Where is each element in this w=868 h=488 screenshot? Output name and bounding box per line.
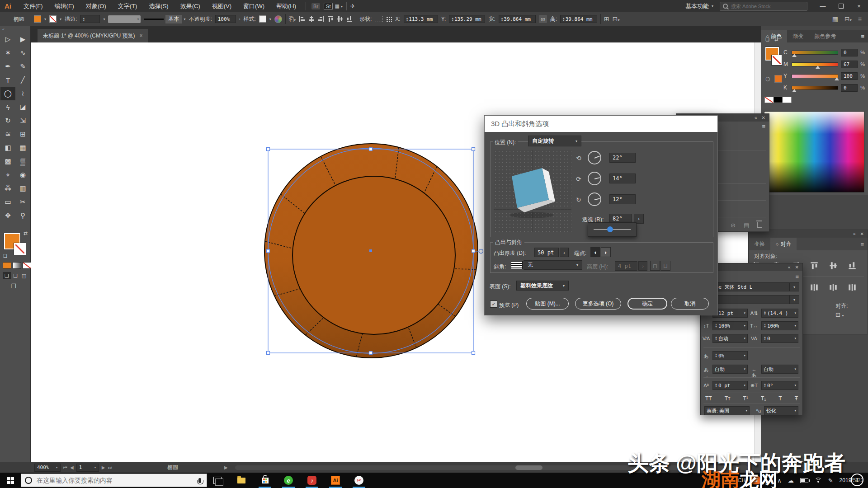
select-similar-icon[interactable]: ⊡▾ [613, 15, 620, 23]
tool-free-transform[interactable]: ⊞ [15, 127, 30, 141]
close-icon[interactable]: ✕ [762, 115, 765, 120]
tool-curvature[interactable]: ✎ [15, 60, 30, 73]
align-top-icon[interactable] [810, 262, 818, 270]
x-field[interactable]: ▲▼113.3 mm [404, 15, 438, 23]
yellow-slider[interactable] [792, 74, 838, 78]
black-swatch[interactable] [774, 97, 783, 103]
yellow-value-field[interactable]: 100 [841, 72, 858, 80]
cube-preview-icon[interactable] [499, 158, 567, 226]
close-button[interactable]: × [850, 0, 868, 12]
panel-menu-icon[interactable]: ≡ [762, 123, 765, 130]
active-color-swatch[interactable] [774, 75, 782, 83]
menu-help[interactable]: 帮助(H) [270, 0, 302, 12]
tool-paintbrush[interactable]: ≀ [15, 87, 30, 100]
chevron-right-icon[interactable]: › [239, 17, 241, 21]
tool-eraser[interactable]: ◪ [15, 100, 30, 114]
stroke-proxy[interactable] [772, 55, 782, 65]
close-tab-icon[interactable]: × [140, 33, 143, 39]
tool-shape-builder[interactable]: ◧ [0, 141, 15, 155]
proportional-spacing-field[interactable]: ▲▼0%▾ [712, 351, 748, 360]
slider-thumb[interactable] [607, 226, 613, 232]
rotate-x-dial[interactable] [588, 151, 601, 164]
track-cube-preview[interactable] [494, 150, 571, 232]
taskbar-360-browser[interactable]: e [279, 473, 297, 488]
tool-type[interactable]: T [0, 73, 15, 87]
close-icon[interactable]: ✕ [795, 265, 799, 270]
font-family-dropdown[interactable]: ▾ [789, 282, 799, 291]
graphic-style-swatch[interactable] [259, 15, 266, 23]
battery-icon[interactable] [800, 478, 808, 483]
minimize-button[interactable]: — [814, 0, 832, 12]
tool-scale[interactable]: ⇲ [15, 114, 30, 127]
new-item-icon[interactable]: ▤ [744, 222, 749, 229]
menu-window[interactable]: 窗口(W) [237, 0, 270, 12]
next-artboard-icon[interactable]: ▶ [102, 465, 105, 470]
kerning-field[interactable]: ▲▼自动▾ [712, 334, 748, 343]
chevron-down-icon[interactable]: ▾ [60, 17, 61, 21]
restore-button[interactable] [832, 0, 850, 12]
collapse-panel-icon[interactable]: « [2, 27, 5, 32]
tool-selection[interactable]: ▷ [0, 33, 15, 46]
tab-color-guide[interactable]: 颜色参考 [809, 30, 841, 42]
black-slider[interactable] [792, 86, 838, 90]
align-bottom-icon[interactable] [346, 16, 353, 22]
prev-artboard-icon[interactable]: ◀ [70, 465, 74, 470]
space-before-field[interactable]: 自动▾ [712, 365, 748, 374]
space-after-field[interactable]: 自动▾ [761, 365, 798, 374]
height-field[interactable]: ▲▼39.864 mm [560, 15, 597, 23]
taskbar-microsoft-store[interactable] [256, 473, 274, 488]
notification-badge[interactable]: 1 [851, 474, 863, 486]
list-icon[interactable]: ≡ [858, 15, 862, 23]
stroke-color-swatch[interactable] [49, 15, 57, 23]
tool-eyedropper[interactable]: ⌖ [0, 168, 15, 182]
opacity-field[interactable]: 100% [215, 15, 236, 23]
tool-line-segment[interactable]: ╱ [15, 73, 30, 87]
first-artboard-icon[interactable]: ⏮ [63, 465, 67, 470]
character-rotation-field[interactable]: ▲▼0°▾ [761, 381, 798, 390]
font-style-dropdown[interactable]: ▾ [789, 295, 799, 304]
menu-type[interactable]: 文字(T) [112, 0, 143, 12]
stroke-weight-field[interactable]: ▲▼ [80, 15, 100, 23]
link-dimensions-icon[interactable]: ∞ [539, 15, 547, 23]
draw-inside-button[interactable]: ◫ [20, 272, 28, 279]
color-spectrum[interactable] [764, 111, 864, 192]
cyan-slider[interactable] [792, 51, 838, 55]
superscript-button[interactable]: T¹ [743, 395, 748, 402]
taskbar-netease-music[interactable]: ♪ [303, 473, 321, 488]
align-center-icon[interactable] [308, 16, 315, 22]
tool-zoom[interactable]: ⚲ [15, 209, 30, 222]
align-left-icon[interactable] [299, 16, 305, 22]
horizontal-scrollbar-thumb[interactable] [515, 465, 542, 470]
cap-off-button[interactable]: ◗ [601, 247, 611, 257]
rotate-z-dial[interactable] [588, 192, 601, 206]
last-artboard-icon[interactable]: ⏭ [108, 465, 112, 470]
more-options-button[interactable]: 更多选项 (O) [575, 298, 621, 310]
align-to-artboard-dropdown[interactable]: ⊡ ▾ [835, 311, 844, 318]
dialog-title[interactable]: 3D 凸出和斜角选项 [485, 116, 717, 132]
tool-symbol-sprayer[interactable]: ⁂ [0, 182, 15, 195]
workspace-switcher[interactable]: 基本功能 ▾ [685, 2, 713, 10]
tool-width[interactable]: ≋ [0, 127, 15, 141]
taskbar-file-explorer[interactable] [232, 473, 250, 488]
shape-options-icon[interactable] [375, 16, 382, 22]
share-icon[interactable]: ✈ [350, 3, 355, 9]
color-mode-button[interactable] [3, 262, 11, 269]
taskbar-search-input[interactable] [36, 476, 195, 484]
strikethrough-button[interactable]: Ŧ [795, 395, 798, 402]
stock-button[interactable]: St [324, 3, 333, 10]
distribute-left-icon[interactable] [810, 283, 818, 291]
tool-hand[interactable]: ✥ [0, 209, 15, 222]
cap-on-button[interactable]: ◖ [590, 247, 600, 257]
panel-menu-icon[interactable]: ≡ [795, 273, 799, 280]
none-icon[interactable]: ⊘ [731, 222, 736, 229]
stroke-proxy[interactable] [14, 243, 26, 255]
map-art-button[interactable]: 贴图 (M)... [526, 298, 569, 310]
white-swatch[interactable] [783, 97, 792, 103]
menu-file[interactable]: 文件(F) [18, 0, 49, 12]
menu-object[interactable]: 对象(O) [80, 0, 112, 12]
all-caps-button[interactable]: TT [705, 395, 712, 402]
language-dropdown[interactable]: 英语: 美国▾ [704, 406, 750, 415]
rotate-y-dial[interactable] [588, 172, 601, 185]
screen-mode-button[interactable]: ❐ [11, 283, 16, 290]
tool-blend[interactable]: ◉ [15, 168, 30, 182]
